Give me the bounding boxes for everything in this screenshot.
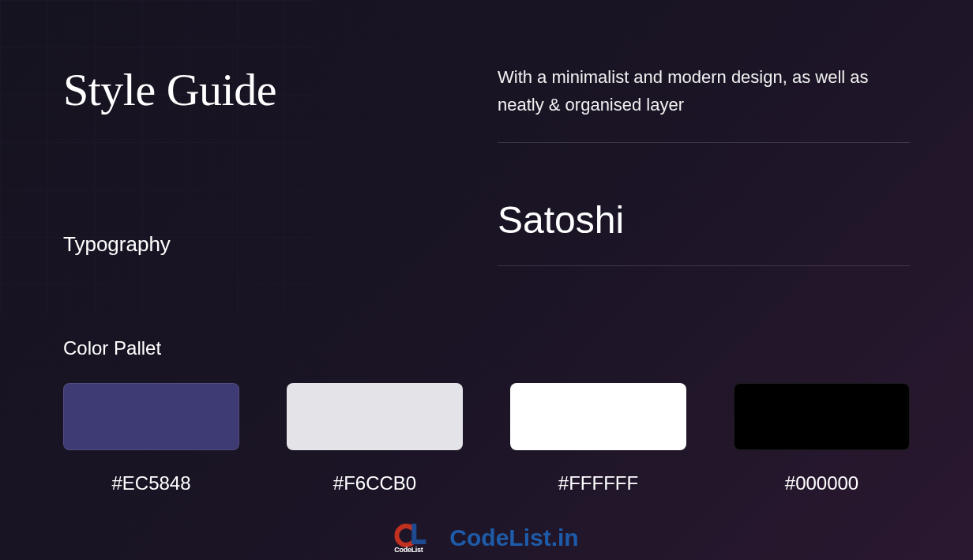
swatch-label-4: #000000 [785,472,858,494]
swatch-box-2 [287,383,463,450]
main-container: Style Guide With a minimalist and modern… [0,0,973,560]
swatch-label-2: #F6CCB0 [333,472,416,494]
color-swatch: #F6CCB0 [287,383,463,494]
watermark-domain-text: CodeList.in [449,524,578,551]
swatch-box-4 [734,383,910,450]
typography-row: Typography Satoshi [63,198,910,290]
watermark: CodeList CodeList.in [394,524,578,552]
swatch-box-1 [63,383,239,450]
typography-font-name: Satoshi [498,198,910,242]
color-swatch: #000000 [734,383,910,494]
divider-bottom [498,265,910,266]
swatch-label-1: #EC5848 [111,472,190,494]
divider-top [498,142,910,143]
title-column: Style Guide [63,63,419,167]
typography-value-column: Satoshi [498,198,910,290]
page-title: Style Guide [63,63,419,116]
header-row: Style Guide With a minimalist and modern… [63,63,910,167]
swatch-label-3: #FFFFFF [558,472,638,494]
description-column: With a minimalist and modern design, as … [498,63,910,167]
description-text: With a minimalist and modern design, as … [498,63,910,118]
typography-section-label: Typography [63,232,419,257]
watermark-logo-text: CodeList [394,546,423,554]
swatch-box-3 [510,383,686,450]
watermark-logo-icon: CodeList [394,524,441,552]
color-swatches-row: #EC5848 #F6CCB0 #FFFFFF #000000 [63,383,910,494]
palette-section-label: Color Pallet [63,337,910,359]
color-swatch: #EC5848 [63,383,239,494]
color-swatch: #FFFFFF [510,383,686,494]
